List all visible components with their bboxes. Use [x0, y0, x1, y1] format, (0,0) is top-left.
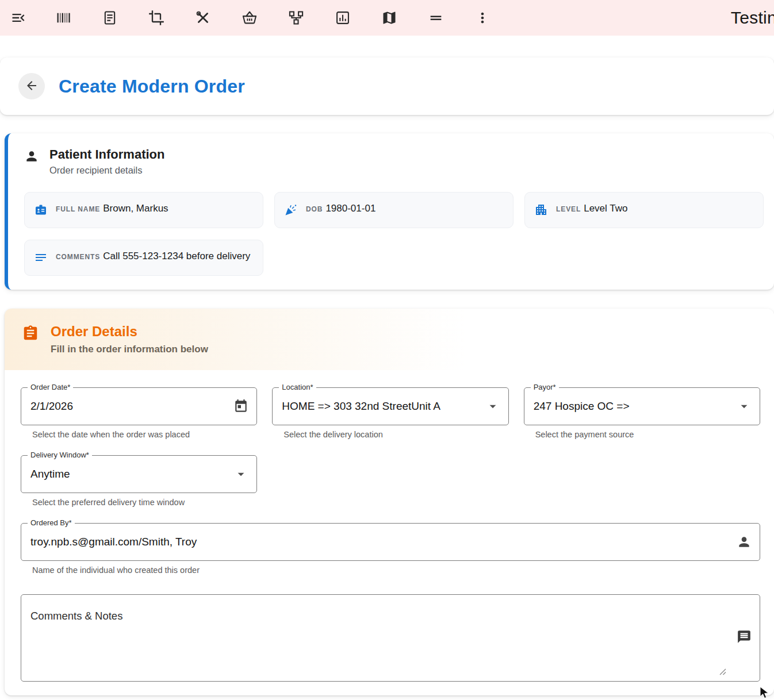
- chevron-down-icon: [737, 399, 752, 414]
- basket-icon: [242, 10, 258, 26]
- payor-label: Payor*: [531, 383, 559, 391]
- order-details-card: Order Details Fill in the order informat…: [5, 309, 774, 695]
- patient-section-subtitle: Order recipient details: [49, 165, 164, 176]
- order-date-input[interactable]: [30, 400, 229, 413]
- more-vert-icon: [474, 10, 491, 26]
- ordered-by-input[interactable]: [30, 536, 732, 548]
- patient-level-chip: LEVELLevel Two: [524, 192, 764, 228]
- clipboard-icon: [22, 325, 39, 344]
- order-date-field[interactable]: Order Date*: [21, 387, 257, 425]
- patient-section-title: Patient Information: [49, 147, 164, 162]
- chevron-down-icon: [233, 467, 248, 482]
- crop-icon: [148, 10, 164, 26]
- chart-icon: [335, 10, 351, 26]
- patient-level-value: Level Two: [584, 203, 627, 214]
- patient-field-grid: FULL NAMEBrown, Markus DOB1980-01-01 LEV…: [8, 192, 774, 276]
- map-icon: [381, 10, 397, 26]
- patient-dob-chip: DOB1980-01-01: [274, 192, 514, 228]
- toolbar-button-schema[interactable]: [282, 4, 310, 32]
- patient-dob-label: DOB: [306, 205, 323, 213]
- menu-open-icon: [10, 10, 26, 26]
- order-form: Order Date* Select the date when the ord…: [5, 370, 774, 695]
- ordered-by-helper: Name of the individual who created this …: [32, 566, 760, 575]
- delivery-window-helper: Select the preferred delivery time windo…: [32, 498, 257, 507]
- location-label: Location*: [279, 383, 316, 391]
- resize-handle[interactable]: [719, 667, 726, 678]
- location-select[interactable]: Location* HOME => 303 32nd StreetUnit A: [272, 387, 508, 425]
- patient-comments-value: Call 555-123-1234 before delivery: [103, 251, 250, 261]
- location-helper: Select the delivery location: [283, 430, 508, 439]
- delivery-window-group: Delivery Window* Anytime Select the pref…: [21, 455, 257, 507]
- patient-card-header: Patient Information Order recipient deta…: [8, 133, 774, 192]
- celebration-icon: [284, 201, 298, 219]
- ordered-by-label: Ordered By*: [28, 518, 75, 527]
- patient-dob-value: 1980-01-01: [325, 203, 375, 214]
- patient-level-label: LEVEL: [556, 205, 581, 213]
- toolbar-button-basket[interactable]: [236, 4, 263, 32]
- order-date-label: Order Date*: [28, 383, 73, 391]
- order-date-group: Order Date* Select the date when the ord…: [21, 387, 257, 439]
- order-section-title: Order Details: [51, 324, 208, 340]
- notes-icon: [34, 249, 48, 267]
- apartment-icon: [534, 201, 548, 219]
- patient-comments-chip: COMMENTSCall 555-123-1234 before deliver…: [24, 240, 263, 276]
- patient-information-card: Patient Information Order recipient deta…: [5, 133, 774, 290]
- chevron-down-icon: [485, 399, 500, 414]
- payor-value: 247 Hospice OC =>: [534, 400, 732, 413]
- page-header-card: Create Modern Order: [0, 57, 774, 115]
- topbar-title: Testing: [731, 8, 774, 28]
- back-button[interactable]: [18, 73, 45, 99]
- location-group: Location* HOME => 303 32nd StreetUnit A …: [272, 387, 508, 439]
- barcode-icon: [55, 10, 71, 26]
- tools-icon: [195, 10, 211, 26]
- patient-comments-label: COMMENTS: [56, 253, 100, 261]
- page-title: Create Modern Order: [59, 76, 245, 97]
- arrow-back-icon: [25, 79, 39, 94]
- ordered-by-group: Ordered By* Name of the individual who c…: [21, 523, 760, 575]
- comments-notes-textarea[interactable]: Comments & Notes: [21, 594, 760, 682]
- order-date-helper: Select the date when the order was place…: [32, 430, 257, 439]
- person-icon: [24, 149, 39, 166]
- ordered-by-field[interactable]: Ordered By*: [21, 523, 760, 561]
- toolbar-button-crop[interactable]: [143, 4, 170, 32]
- patient-full-name-label: FULL NAME: [56, 205, 100, 213]
- toolbar-button-document-scanner[interactable]: [96, 4, 124, 32]
- topbar: Testing: [0, 0, 774, 36]
- toolbar-button-menu-open[interactable]: [5, 4, 32, 32]
- document-scanner-icon: [102, 10, 118, 26]
- comments-notes-label: Comments & Notes: [30, 610, 122, 622]
- location-value: HOME => 303 32nd StreetUnit A: [282, 400, 480, 413]
- patient-full-name-chip: FULL NAMEBrown, Markus: [24, 192, 263, 228]
- delivery-window-value: Anytime: [30, 468, 229, 480]
- toolbar-button-chart[interactable]: [329, 4, 357, 32]
- toolbar-button-map[interactable]: [375, 4, 403, 32]
- person-icon: [737, 534, 752, 549]
- toolbar-button-barcode[interactable]: [49, 4, 77, 32]
- order-card-header: Order Details Fill in the order informat…: [5, 309, 774, 370]
- payor-helper: Select the payment source: [535, 430, 760, 439]
- schema-icon: [288, 10, 304, 26]
- toolbar-button-menu[interactable]: [422, 4, 450, 32]
- delivery-window-label: Delivery Window*: [28, 451, 92, 459]
- toolbar-button-more[interactable]: [469, 4, 496, 32]
- patient-full-name-value: Brown, Markus: [103, 203, 168, 214]
- payor-select[interactable]: Payor* 247 Hospice OC =>: [524, 387, 760, 425]
- order-section-subtitle: Fill in the order information below: [51, 344, 208, 355]
- toolbar-button-tools[interactable]: [189, 4, 217, 32]
- comment-icon: [737, 629, 752, 647]
- menu-icon: [428, 10, 444, 26]
- badge-icon: [34, 201, 48, 219]
- calendar-icon[interactable]: [233, 399, 248, 414]
- payor-group: Payor* 247 Hospice OC => Select the paym…: [524, 387, 760, 439]
- delivery-window-select[interactable]: Delivery Window* Anytime: [21, 455, 257, 493]
